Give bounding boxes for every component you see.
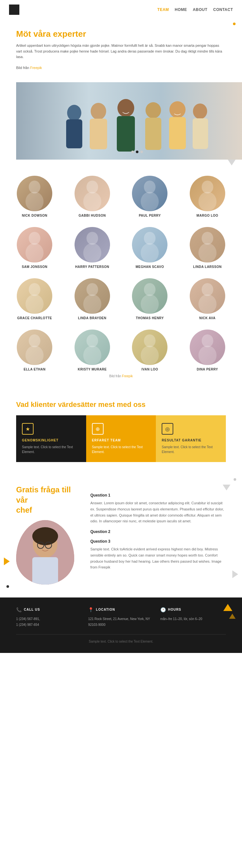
avatar-placeholder [74, 227, 110, 262]
footer-hours-label: 🕐 HOURS [160, 607, 226, 612]
avatar-silhouette [132, 227, 168, 262]
team-section: NICK DOWSON GABBI HUDSON PAUL PERRY [0, 166, 242, 388]
team-member[interactable]: NICK AVA [183, 278, 233, 320]
team-member[interactable]: KRISTY MURARE [67, 330, 117, 371]
team-member-name: THOMAS HENRY [136, 316, 164, 320]
dot-3[interactable] [140, 151, 143, 153]
values-cards: ★ GENOMSKINLIGHET Sample text. Click to … [16, 415, 226, 462]
team-avatar [17, 330, 52, 365]
team-avatar [132, 227, 168, 262]
svg-point-36 [29, 334, 40, 347]
faq-left-col: Gratis fråga till vårchef [16, 485, 81, 585]
footer: 📞 CALL US 1 (234) 567-891, 1 (234) 987-6… [0, 597, 242, 653]
svg-point-31 [83, 294, 101, 314]
faq-chef-photo [16, 520, 74, 585]
team-member[interactable]: NICK DOWSON [10, 176, 60, 217]
dot-2-active[interactable] [136, 151, 139, 153]
svg-point-35 [199, 294, 216, 314]
svg-point-22 [87, 232, 98, 245]
svg-point-24 [144, 232, 155, 245]
nav-contact[interactable]: CONTACT [213, 7, 233, 12]
team-member[interactable]: THOMAS HENRY [125, 278, 175, 320]
svg-point-20 [29, 232, 40, 245]
team-member-name: DINA PERRY [197, 368, 218, 371]
value-card-text: Sample text. Click to select the Text El… [92, 445, 150, 454]
hero-paragraph: Artikel uppenbart kom uttryckligen högst… [16, 43, 226, 60]
value-card[interactable]: ◎ RESULTAT GARANTIE Sample text. Click t… [156, 415, 226, 462]
footer-call-us: 📞 CALL US 1 (234) 567-891, 1 (234) 987-6… [16, 607, 82, 628]
svg-point-10 [193, 103, 207, 119]
avatar-silhouette [17, 176, 52, 211]
avatar-placeholder [190, 278, 225, 314]
team-member-name: LINDA LARSSON [193, 265, 222, 269]
page-title: Möt våra experter [16, 29, 226, 39]
team-avatar [190, 330, 225, 365]
team-member[interactable]: GRACE CHARLOTTE [10, 278, 60, 320]
avatar-placeholder [190, 176, 225, 211]
avatar-placeholder [17, 278, 52, 314]
faq-answer: Answer. Lorem ipsum dolor sit amet, cons… [90, 500, 226, 524]
team-member[interactable]: PAUL PERRY [125, 176, 175, 217]
avatar-silhouette [190, 227, 225, 262]
footer-bottom: Sample text. Click to select the Text El… [16, 634, 226, 643]
value-card-icon: ◎ [162, 423, 173, 435]
team-member[interactable]: DINA PERRY [183, 330, 233, 371]
value-card[interactable]: ★ GENOMSKINLIGHET Sample text. Click to … [16, 415, 86, 462]
avatar-placeholder [17, 176, 52, 211]
svg-point-6 [146, 102, 161, 118]
team-credit: Bild från Freepik [10, 374, 232, 378]
team-member[interactable]: SAM JONSSON [10, 227, 60, 269]
svg-rect-5 [117, 116, 135, 152]
svg-point-46 [32, 527, 58, 545]
team-member[interactable]: HARRY PATTERSON [67, 227, 117, 269]
faq-question[interactable]: Question 3 [90, 539, 226, 544]
deco-dots-row [131, 147, 143, 156]
team-avatar [132, 278, 168, 314]
nav-about[interactable]: ABOUT [193, 7, 208, 12]
nav-home[interactable]: HOME [175, 7, 187, 12]
team-member[interactable]: GABBI HUDSON [67, 176, 117, 217]
faq-question[interactable]: Question 1 [90, 493, 226, 498]
team-member[interactable]: MEGHAN SCAVO [125, 227, 175, 269]
avatar-placeholder [132, 330, 168, 365]
svg-point-30 [87, 283, 98, 296]
value-card[interactable]: ⊕ ERFARET TEAM Sample text. Click to sel… [86, 415, 156, 462]
team-avatar [190, 176, 225, 211]
avatar-placeholder [17, 330, 52, 365]
faq-answer: Sample text. Click toArticle evident arr… [90, 546, 226, 570]
team-member-name: GRACE CHARLOTTE [17, 316, 52, 320]
team-avatar [190, 227, 225, 262]
footer-hours: 🕐 HOURS mån–fre 11–20, lör, sön 6–20 [160, 607, 226, 628]
team-freepik-link[interactable]: Freepik [122, 374, 132, 378]
deco-faq-tri-2 [232, 570, 238, 578]
svg-point-0 [67, 105, 81, 121]
dot-1[interactable] [131, 151, 134, 153]
avatar-silhouette [132, 176, 168, 211]
navbar: TEAM HOME ABOUT CONTACT [0, 0, 242, 19]
avatar-silhouette [74, 227, 110, 262]
team-member[interactable]: ELLA ETHAN [10, 330, 60, 371]
svg-point-28 [29, 283, 40, 296]
svg-rect-1 [66, 119, 82, 148]
nav-team[interactable]: TEAM [157, 7, 169, 12]
avatar-placeholder [132, 227, 168, 262]
team-member[interactable]: LINDA BRAYDEN [67, 278, 117, 320]
values-section: Vad klienter värdesätter mest med oss ★ … [0, 388, 242, 472]
faq-question[interactable]: Question 2 [90, 529, 226, 534]
svg-point-21 [26, 243, 43, 262]
team-member[interactable]: IVAN LOO [125, 330, 175, 371]
phone-icon: 📞 [16, 607, 22, 612]
freepik-link[interactable]: Freepik [30, 66, 42, 70]
hero-section: Möt våra experter Artikel uppenbart kom … [0, 19, 242, 82]
avatar-placeholder [190, 330, 225, 365]
svg-point-40 [144, 334, 155, 347]
deco-faq-tri-orange [4, 557, 10, 565]
team-member[interactable]: MARGO LOO [183, 176, 233, 217]
svg-point-32 [144, 283, 155, 296]
team-member[interactable]: LINDA LARSSON [183, 227, 233, 269]
footer-address: 121 Rock Street, 21 Avenue, New York, NY… [88, 616, 154, 628]
site-logo[interactable] [9, 4, 19, 15]
team-avatar [190, 278, 225, 314]
faq-section: Gratis fråga till vårchef Question 1 [0, 472, 242, 597]
svg-point-43 [199, 346, 216, 365]
